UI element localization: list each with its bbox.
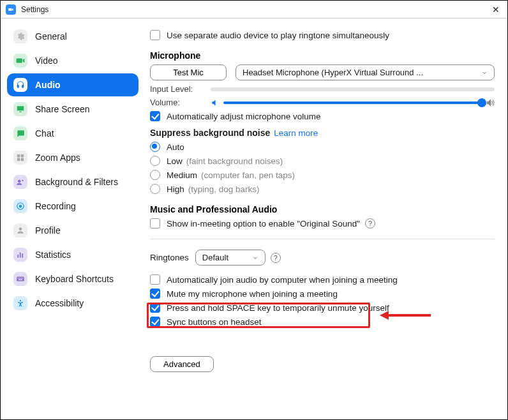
svg-point-4 xyxy=(18,180,21,183)
microphone-section-title: Microphone xyxy=(150,50,495,61)
sidebar-item-label: Accessibility xyxy=(35,298,84,308)
content-pane: Use separate audio device to play ringto… xyxy=(145,19,507,419)
sidebar: General Video Audio Share Screen Chat Zo… xyxy=(1,19,145,419)
suppress-high-radio[interactable] xyxy=(150,184,160,194)
sidebar-item-label: General xyxy=(35,31,67,41)
suppress-low-hint: (faint background noises) xyxy=(186,156,283,166)
ringtone-select[interactable]: Default xyxy=(195,250,265,266)
sidebar-item-share-screen[interactable]: Share Screen xyxy=(7,98,138,121)
sidebar-item-label: Zoom Apps xyxy=(35,153,80,163)
gear-icon xyxy=(13,29,27,43)
advanced-button[interactable]: Advanced xyxy=(150,356,214,372)
chevron-down-icon xyxy=(252,255,258,261)
volume-high-icon xyxy=(486,98,495,107)
sidebar-item-label: Video xyxy=(35,56,58,66)
auto-join-audio-checkbox[interactable] xyxy=(150,274,160,285)
sidebar-item-label: Share Screen xyxy=(35,104,90,114)
volume-slider[interactable] xyxy=(223,101,482,104)
auto-adjust-mic-checkbox[interactable] xyxy=(150,111,160,121)
svg-rect-3 xyxy=(21,158,24,161)
suppress-auto-radio[interactable] xyxy=(150,142,160,152)
test-mic-button[interactable]: Test Mic xyxy=(150,64,227,80)
microphone-select[interactable]: Headset Microphone (HyperX Virtual Surro… xyxy=(235,64,495,80)
svg-point-18 xyxy=(20,300,21,301)
suppress-medium-label: Medium xyxy=(167,170,197,180)
accessibility-icon xyxy=(13,296,27,310)
sidebar-item-label: Background & Filters xyxy=(35,177,118,187)
sidebar-item-audio[interactable]: Audio xyxy=(7,73,138,96)
sidebar-item-label: Keyboard Shortcuts xyxy=(35,274,114,284)
sync-headset-checkbox[interactable] xyxy=(150,317,160,327)
sidebar-item-general[interactable]: General xyxy=(7,25,138,48)
sidebar-item-chat[interactable]: Chat xyxy=(7,122,138,145)
svg-rect-14 xyxy=(19,278,20,278)
learn-more-link[interactable]: Learn more xyxy=(274,128,318,138)
video-icon xyxy=(13,54,27,68)
chevron-down-icon xyxy=(481,70,488,76)
svg-rect-9 xyxy=(17,255,19,258)
suppress-high-hint: (typing, dog barks) xyxy=(188,184,260,194)
separate-ringtone-checkbox[interactable] xyxy=(150,30,160,40)
suppress-low-radio[interactable] xyxy=(150,156,160,166)
close-button[interactable]: ✕ xyxy=(489,3,502,16)
svg-point-5 xyxy=(22,180,23,181)
sidebar-item-recording[interactable]: Recording xyxy=(7,195,138,218)
suppress-high-label: High xyxy=(167,184,184,194)
original-sound-checkbox[interactable] xyxy=(150,218,160,229)
auto-join-audio-label: Automatically join audio by computer whe… xyxy=(167,275,398,285)
sidebar-item-keyboard-shortcuts[interactable]: Keyboard Shortcuts xyxy=(7,267,138,290)
help-icon[interactable]: ? xyxy=(271,253,281,263)
volume-low-icon xyxy=(211,98,220,107)
sidebar-item-video[interactable]: Video xyxy=(7,49,138,72)
svg-rect-12 xyxy=(17,277,24,281)
suppress-medium-hint: (computer fan, pen taps) xyxy=(201,170,295,180)
window-title: Settings xyxy=(21,5,49,14)
sidebar-item-statistics[interactable]: Statistics xyxy=(7,243,138,266)
apps-icon xyxy=(13,151,27,165)
svg-rect-13 xyxy=(18,278,19,278)
sidebar-item-profile[interactable]: Profile xyxy=(7,219,138,242)
ringtones-label: Ringtones xyxy=(150,253,189,262)
sync-headset-label: Sync buttons on headset xyxy=(167,317,262,327)
statistics-icon xyxy=(13,248,27,262)
background-icon xyxy=(13,175,27,189)
sidebar-item-label: Audio xyxy=(35,80,61,90)
input-level-label: Input Level: xyxy=(150,84,211,94)
microphone-select-value: Headset Microphone (HyperX Virtual Surro… xyxy=(243,68,423,77)
headphones-icon xyxy=(13,78,27,92)
keyboard-icon xyxy=(13,272,27,286)
sidebar-item-label: Recording xyxy=(35,201,76,211)
sidebar-item-accessibility[interactable]: Accessibility xyxy=(7,292,138,315)
svg-rect-1 xyxy=(21,154,24,158)
sidebar-item-label: Statistics xyxy=(35,250,71,260)
svg-point-8 xyxy=(19,227,22,230)
titlebar: Settings ✕ xyxy=(1,1,507,19)
mute-on-join-checkbox[interactable] xyxy=(150,289,160,299)
recording-icon xyxy=(13,199,27,213)
ringtone-select-value: Default xyxy=(202,253,228,262)
space-unmute-label: Press and hold SPACE key to temporarily … xyxy=(167,303,389,313)
sidebar-item-label: Chat xyxy=(35,128,54,139)
suppress-auto-label: Auto xyxy=(167,142,184,152)
svg-rect-0 xyxy=(17,154,20,158)
sidebar-item-background-filters[interactable]: Background & Filters xyxy=(7,170,138,193)
space-unmute-checkbox[interactable] xyxy=(150,303,160,313)
original-sound-label: Show in-meeting option to enable "Origin… xyxy=(167,219,360,229)
music-section-title: Music and Professional Audio xyxy=(150,204,495,214)
svg-rect-11 xyxy=(22,253,23,257)
share-screen-icon xyxy=(13,102,27,116)
sidebar-item-zoom-apps[interactable]: Zoom Apps xyxy=(7,146,138,169)
help-icon[interactable]: ? xyxy=(365,218,375,229)
svg-rect-10 xyxy=(20,253,21,258)
divider xyxy=(150,239,495,239)
svg-rect-17 xyxy=(19,280,22,280)
sidebar-item-label: Profile xyxy=(35,225,61,236)
svg-rect-2 xyxy=(17,158,20,161)
input-level-meter xyxy=(211,87,495,91)
suppress-medium-radio[interactable] xyxy=(150,170,160,180)
volume-slider-thumb[interactable] xyxy=(477,98,486,107)
volume-label: Volume: xyxy=(150,98,211,107)
suppress-section-title: Suppress background noise xyxy=(150,128,270,138)
mute-on-join-label: Mute my microphone when joining a meetin… xyxy=(167,289,338,299)
chat-icon xyxy=(13,126,27,140)
